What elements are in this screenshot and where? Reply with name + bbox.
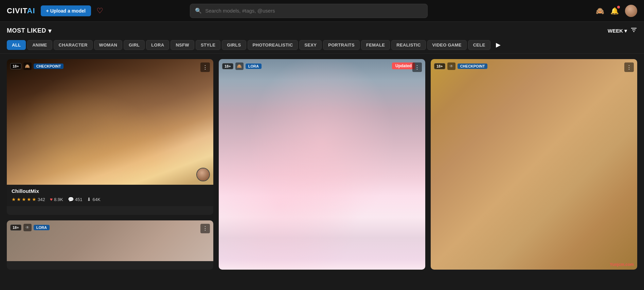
period-button[interactable]: WEEK ▾ — [608, 28, 627, 34]
star-1: ★ — [12, 197, 16, 202]
download-stat-icon-1: ⬇ — [87, 197, 91, 202]
card-menu-button-2[interactable]: ⋮ — [412, 62, 422, 72]
toolbar: MOST LIKED ▾ WEEK ▾ — [0, 22, 644, 40]
period-label: WEEK — [608, 28, 623, 34]
badge-18-2: 18+ — [222, 63, 233, 69]
card-image-3: 18+ 👁 CHECKPOINT ⋮ Yunjcm.com — [431, 59, 637, 270]
upload-button[interactable]: + Upload a model — [41, 5, 91, 16]
avatar-image — [625, 5, 637, 17]
sort-button[interactable]: MOST LIKED ▾ — [7, 27, 52, 35]
bell-icon[interactable]: 🔔 — [610, 7, 619, 15]
watermark-3: Yunjcm.com — [610, 262, 634, 267]
card-menu-button-1[interactable]: ⋮ — [200, 62, 210, 72]
badge-lora-4: LORA — [34, 225, 50, 230]
sort-chevron: ▾ — [48, 27, 52, 35]
content-grid: 18+ 🙈 CHECKPOINT ⋮ ChilloutMix ★ ★ ★ ★ ★… — [0, 54, 644, 275]
golden-image — [431, 59, 637, 270]
card-badges-3: 18+ 👁 CHECKPOINT — [434, 62, 487, 70]
card-badges-1: 18+ 🙈 CHECKPOINT — [10, 62, 64, 70]
tab-style[interactable]: STYLE — [196, 40, 220, 50]
badge-eye-3: 👁 — [447, 62, 455, 70]
tab-realistic[interactable]: REALISTIC — [391, 40, 426, 50]
model-card-lora-pink[interactable]: 18+ 🙈 LORA Updated ⋮ — [219, 59, 425, 270]
badge-checkpoint-1: CHECKPOINT — [34, 64, 64, 69]
search-input[interactable] — [205, 8, 423, 14]
eye-slash-icon[interactable]: 🙈 — [596, 7, 604, 15]
badge-eye-4: 👁 — [23, 224, 32, 231]
comment-stat-icon-1: 💬 — [68, 197, 74, 202]
badge-18-3: 18+ — [434, 63, 445, 69]
tab-photorealistic[interactable]: PHOTOREALISTIC — [248, 40, 298, 50]
comments-stat-1: 💬 451 — [68, 197, 83, 202]
period-chevron: ▾ — [624, 28, 627, 34]
star-3: ★ — [22, 197, 26, 202]
card-menu-button-4[interactable]: ⋮ — [200, 224, 210, 233]
badge-updated-2: Updated — [392, 62, 415, 69]
tab-female[interactable]: FEMALE — [361, 40, 390, 50]
tab-woman[interactable]: WOMAN — [94, 40, 123, 50]
likes-stat-1: ♥ 8.9K — [50, 197, 63, 202]
card-image-4: 18+ 👁 LORA ⋮ — [7, 220, 213, 261]
tab-video-game[interactable]: VIDEO GAME — [427, 40, 467, 50]
model-card-checkpoint-golden[interactable]: 18+ 👁 CHECKPOINT ⋮ Yunjcm.com — [431, 59, 637, 270]
pink-hair-image — [219, 59, 425, 270]
notification-dot — [617, 6, 620, 8]
card-avatar-image-1 — [197, 168, 209, 181]
toolbar-right: WEEK ▾ — [608, 26, 637, 35]
star-count-1: 342 — [38, 197, 45, 202]
tab-celeb[interactable]: CELE — [468, 40, 490, 50]
filter-button[interactable] — [630, 26, 637, 35]
category-tabs: ALL ANIME CHARACTER WOMAN GIRL LORA NSFW… — [0, 40, 644, 54]
card-image-2: 18+ 🙈 LORA Updated ⋮ — [219, 59, 425, 270]
badge-18-1: 18+ — [10, 63, 21, 69]
card-creator-avatar-1[interactable] — [196, 168, 210, 181]
tab-sexy[interactable]: SEXY — [299, 40, 322, 50]
heart-icon[interactable]: ♡ — [96, 6, 103, 15]
card-badges-4: 18+ 👁 LORA — [10, 224, 50, 231]
tab-anime[interactable]: ANIME — [27, 40, 52, 50]
two-girls-image — [7, 59, 213, 185]
tab-girl[interactable]: GIRL — [124, 40, 145, 50]
card-image-1: 18+ 🙈 CHECKPOINT ⋮ — [7, 59, 213, 185]
sort-label: MOST LIKED — [7, 27, 46, 34]
tab-nsfw[interactable]: NSFW — [171, 40, 194, 50]
search-bar: 🔍 — [190, 4, 428, 18]
card-menu-button-3[interactable]: ⋮ — [624, 62, 634, 72]
tab-girls[interactable]: GIRLS — [222, 40, 246, 50]
search-icon: 🔍 — [195, 7, 202, 14]
tab-portraits[interactable]: PORTRAITS — [323, 40, 360, 50]
card-stats-1: ★ ★ ★ ★ ★ 342 ♥ 8.9K 💬 451 ⬇ 64K — [12, 197, 209, 202]
downloads-count-1: 64K — [92, 197, 100, 202]
heart-stat-icon-1: ♥ — [50, 197, 53, 202]
star-2: ★ — [17, 197, 21, 202]
avatar[interactable] — [625, 5, 637, 17]
tab-character[interactable]: CHARACTER — [54, 40, 93, 50]
badge-hide-icon-2: 🙈 — [235, 62, 244, 70]
logo-highlight: AI — [27, 6, 35, 15]
header: CIVITAI + Upload a model ♡ 🔍 🙈 🔔 — [0, 0, 644, 22]
badge-checkpoint-3: CHECKPOINT — [458, 64, 488, 69]
card-info-1: ChilloutMix ★ ★ ★ ★ ★ 342 ♥ 8.9K 💬 451 — [7, 185, 213, 206]
card-title-1: ChilloutMix — [12, 188, 209, 194]
model-card-chilloutmix[interactable]: 18+ 🙈 CHECKPOINT ⋮ ChilloutMix ★ ★ ★ ★ ★… — [7, 59, 213, 215]
star-5: ★ — [32, 197, 36, 202]
card-stars-1: ★ ★ ★ ★ ★ 342 — [12, 197, 45, 202]
star-4: ★ — [27, 197, 31, 202]
badge-lora-2: LORA — [246, 64, 262, 69]
logo[interactable]: CIVITAI — [7, 6, 35, 15]
likes-count-1: 8.9K — [54, 197, 63, 202]
card-badges-2: 18+ 🙈 LORA — [222, 62, 262, 70]
header-right: 🙈 🔔 — [596, 5, 637, 17]
model-card-lora-2[interactable]: 18+ 👁 LORA ⋮ — [7, 220, 213, 270]
downloads-stat-1: ⬇ 64K — [87, 197, 100, 202]
badge-18-4: 18+ — [10, 224, 21, 231]
badge-hide-icon-1: 🙈 — [23, 62, 32, 70]
tabs-more-icon[interactable]: ▶ — [493, 40, 503, 50]
comments-count-1: 451 — [75, 197, 83, 202]
tab-lora[interactable]: LORA — [146, 40, 169, 50]
tab-all[interactable]: ALL — [7, 40, 26, 50]
